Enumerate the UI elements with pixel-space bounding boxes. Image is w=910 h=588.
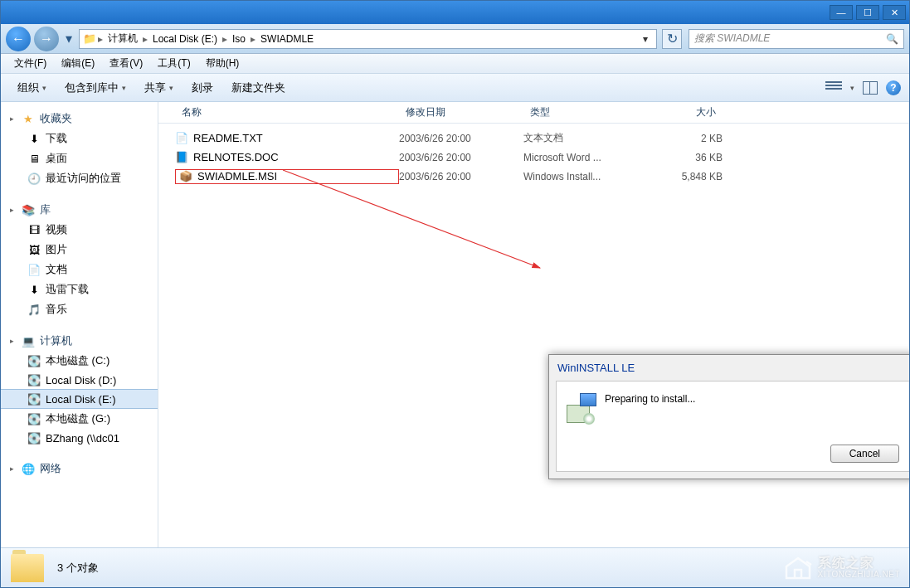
menu-edit[interactable]: 编辑(E) xyxy=(55,55,101,72)
organize-button[interactable]: 组织▾ xyxy=(9,77,55,99)
desktop-icon: 🖥 xyxy=(27,152,41,165)
toolbar: 组织▾ 包含到库中▾ 共享▾ 刻录 新建文件夹 ▾ ? xyxy=(1,74,909,102)
crumb-swiadmle[interactable]: SWIADMLE xyxy=(257,33,317,45)
sidebar-item-network-drive[interactable]: 💽BZhang (\\dc01 xyxy=(1,429,158,447)
menu-tools[interactable]: 工具(T) xyxy=(151,55,197,72)
navbar: ← → ▾ 📁 ▸ 计算机 ▸ Local Disk (E:) ▸ Iso ▸ … xyxy=(1,24,909,54)
sidebar-computer: ▸💻计算机 💽本地磁盘 (C:) 💽Local Disk (D:) 💽Local… xyxy=(1,331,158,447)
folder-icon: 📁 xyxy=(83,32,96,46)
file-size: 36 KB xyxy=(648,152,723,163)
help-button[interactable]: ? xyxy=(886,80,901,95)
column-name[interactable]: 名称 xyxy=(175,105,399,119)
sidebar-header-favorites[interactable]: ▸★收藏夹 xyxy=(1,109,158,129)
back-button[interactable]: ← xyxy=(6,27,31,51)
file-name: SWIADMLE.MSI xyxy=(197,170,277,182)
sidebar-item-music[interactable]: 🎵音乐 xyxy=(1,299,158,319)
sidebar-item-disk-c[interactable]: 💽本地磁盘 (C:) xyxy=(1,351,158,371)
file-date: 2003/6/26 20:00 xyxy=(399,152,523,163)
cancel-button[interactable]: Cancel xyxy=(830,445,899,463)
chevron-right-icon: ▸ xyxy=(221,33,229,45)
sidebar-item-pictures[interactable]: 🖼图片 xyxy=(1,240,158,260)
file-date: 2003/6/26 20:00 xyxy=(399,171,523,182)
sidebar-item-documents[interactable]: 📄文档 xyxy=(1,260,158,279)
expand-icon: ▸ xyxy=(7,337,17,346)
msi-file-icon: 📦 xyxy=(179,170,192,183)
expand-icon: ▸ xyxy=(7,114,17,124)
chevron-down-icon: ▾ xyxy=(122,84,126,92)
file-type: Windows Install... xyxy=(523,171,648,182)
sidebar-header-libraries[interactable]: ▸📚库 xyxy=(1,200,158,220)
newfolder-button[interactable]: 新建文件夹 xyxy=(223,77,294,99)
burn-button[interactable]: 刻录 xyxy=(183,77,221,99)
chevron-down-icon: ▾ xyxy=(169,84,173,92)
file-row[interactable]: 📘RELNOTES.DOC 2003/6/26 20:00 Microsoft … xyxy=(175,148,909,167)
crumb-computer[interactable]: 计算机 xyxy=(105,32,141,46)
address-dropdown[interactable]: ▾ xyxy=(638,33,653,45)
install-dialog: WinINSTALL LE Preparing to install... Ca… xyxy=(548,354,909,479)
sidebar-item-recent[interactable]: 🕘最近访问的位置 xyxy=(1,168,158,188)
sidebar-libraries: ▸📚库 🎞视频 🖼图片 📄文档 ⬇迅雷下载 🎵音乐 xyxy=(1,200,158,319)
column-type[interactable]: 类型 xyxy=(523,105,648,119)
minimize-button[interactable]: — xyxy=(830,5,853,20)
file-type: 文本文档 xyxy=(523,131,648,145)
file-date: 2003/6/26 20:00 xyxy=(399,133,523,144)
chevron-right-icon: ▸ xyxy=(141,33,149,45)
close-button[interactable]: ✕ xyxy=(883,5,906,20)
column-headers: 名称 修改日期 类型 大小 xyxy=(158,102,909,124)
expand-icon: ▸ xyxy=(7,464,17,474)
sidebar-item-disk-e[interactable]: 💽Local Disk (E:) xyxy=(1,389,158,409)
star-icon: ★ xyxy=(22,112,35,125)
search-input[interactable]: 搜索 SWIADMLE 🔍 xyxy=(689,29,904,49)
sidebar-item-disk-g[interactable]: 💽本地磁盘 (G:) xyxy=(1,409,158,429)
nav-history-dropdown[interactable]: ▾ xyxy=(62,31,75,47)
menu-file[interactable]: 文件(F) xyxy=(7,55,53,72)
sidebar-header-computer[interactable]: ▸💻计算机 xyxy=(1,331,158,351)
chevron-down-icon: ▾ xyxy=(850,84,854,92)
library-icon: 📚 xyxy=(22,203,35,216)
disk-icon: 💽 xyxy=(27,431,41,445)
file-name: RELNOTES.DOC xyxy=(193,151,279,163)
titlebar: — ☐ ✕ xyxy=(1,1,909,24)
view-options-button[interactable] xyxy=(825,81,842,95)
maximize-button[interactable]: ☐ xyxy=(856,5,879,20)
crumb-disk[interactable]: Local Disk (E:) xyxy=(149,33,221,45)
download-icon: ⬇ xyxy=(27,132,41,145)
chevron-right-icon: ▸ xyxy=(249,33,257,45)
computer-icon: 💻 xyxy=(22,334,35,347)
recent-icon: 🕘 xyxy=(27,172,41,185)
explorer-window: — ☐ ✕ ← → ▾ 📁 ▸ 计算机 ▸ Local Disk (E:) ▸ … xyxy=(0,0,910,588)
search-placeholder: 搜索 SWIADMLE xyxy=(694,32,770,46)
sidebar-header-network[interactable]: ▸🌐网络 xyxy=(1,459,158,479)
menu-view[interactable]: 查看(V) xyxy=(103,55,149,72)
music-icon: 🎵 xyxy=(27,303,41,316)
sidebar-item-desktop[interactable]: 🖥桌面 xyxy=(1,148,158,168)
column-date[interactable]: 修改日期 xyxy=(399,105,523,119)
sidebar-item-thunder[interactable]: ⬇迅雷下载 xyxy=(1,279,158,299)
sidebar-item-disk-d[interactable]: 💽Local Disk (D:) xyxy=(1,371,158,389)
preview-pane-button[interactable] xyxy=(863,81,878,95)
file-list: 📄README.TXT 2003/6/26 20:00 文本文档 2 KB 📘R… xyxy=(158,124,909,191)
download-icon: ⬇ xyxy=(27,283,41,296)
menu-help[interactable]: 帮助(H) xyxy=(199,55,246,72)
crumb-iso[interactable]: Iso xyxy=(229,33,249,45)
chevron-down-icon: ▾ xyxy=(42,84,46,92)
sidebar-item-videos[interactable]: 🎞视频 xyxy=(1,220,158,240)
file-row[interactable]: 📦SWIADMLE.MSI 2003/6/26 20:00 Windows In… xyxy=(175,167,909,186)
sidebar-favorites: ▸★收藏夹 ⬇下载 🖥桌面 🕘最近访问的位置 xyxy=(1,109,158,188)
picture-icon: 🖼 xyxy=(27,243,41,256)
column-size[interactable]: 大小 xyxy=(648,105,723,119)
sidebar-item-downloads[interactable]: ⬇下载 xyxy=(1,129,158,148)
address-bar[interactable]: 📁 ▸ 计算机 ▸ Local Disk (E:) ▸ Iso ▸ SWIADM… xyxy=(79,29,657,49)
forward-button[interactable]: → xyxy=(34,27,59,51)
share-button[interactable]: 共享▾ xyxy=(136,77,182,99)
include-button[interactable]: 包含到库中▾ xyxy=(56,77,134,99)
status-text: 3 个对象 xyxy=(57,561,99,576)
sidebar: ▸★收藏夹 ⬇下载 🖥桌面 🕘最近访问的位置 ▸📚库 🎞视频 🖼图片 📄文档 ⬇… xyxy=(1,102,158,547)
file-row[interactable]: 📄README.TXT 2003/6/26 20:00 文本文档 2 KB xyxy=(175,129,909,148)
network-icon: 🌐 xyxy=(22,462,35,475)
file-type: Microsoft Word ... xyxy=(523,152,648,163)
refresh-button[interactable]: ↻ xyxy=(662,29,682,49)
body: ▸★收藏夹 ⬇下载 🖥桌面 🕘最近访问的位置 ▸📚库 🎞视频 🖼图片 📄文档 ⬇… xyxy=(1,102,909,547)
document-icon: 📄 xyxy=(27,263,41,276)
dialog-message: Preparing to install... xyxy=(605,393,695,405)
